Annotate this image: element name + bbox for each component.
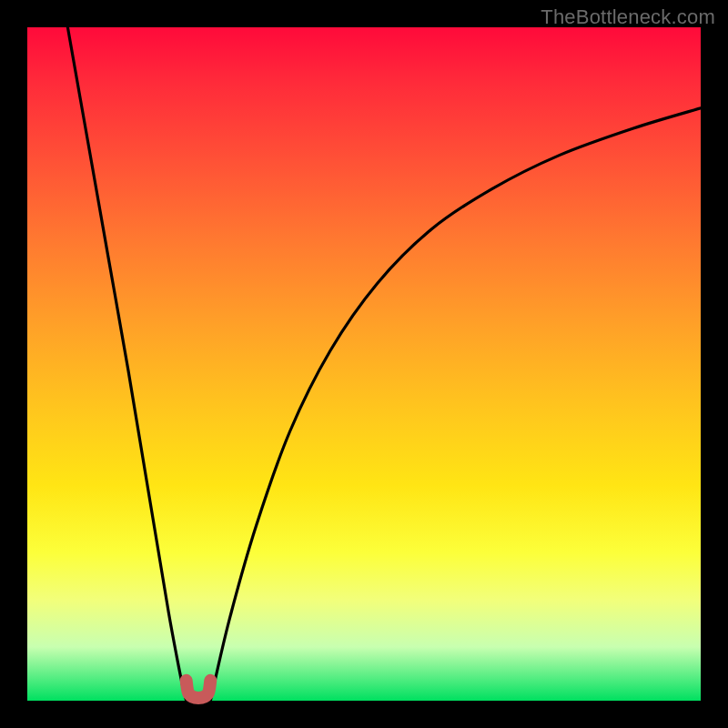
bottleneck-curve (27, 27, 701, 701)
curve-left-branch (67, 27, 186, 701)
curve-right-branch (210, 108, 701, 701)
plot-area (27, 27, 701, 701)
watermark-text: TheBottleneck.com (541, 5, 715, 29)
curve-notch (187, 681, 211, 698)
chart-frame: TheBottleneck.com (0, 0, 728, 728)
